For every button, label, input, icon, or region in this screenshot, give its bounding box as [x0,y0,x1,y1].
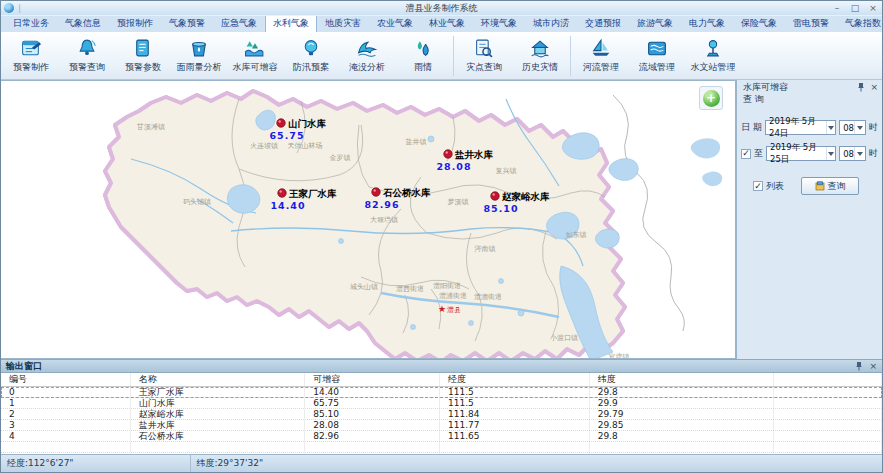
tool-waves-button[interactable]: 流域管理 [629,33,685,79]
table-cell: 28.08 [305,420,440,430]
close-button[interactable]: × [864,2,882,14]
hour-to-select[interactable]: 08 [839,146,866,161]
tool-label: 灾点查询 [466,61,502,74]
table-cell: 14.40 [305,387,440,397]
tool-doc-search-button[interactable]: 灾点查询 [456,33,512,79]
reservoir-dot-icon[interactable] [444,150,452,158]
tab-2[interactable]: 气象信息 [57,14,109,32]
tab-7[interactable]: 地质灾害 [317,14,369,32]
table-cell: 111.77 [440,420,590,430]
output-window: 输出窗口 × 编号名称可增容经度纬度0王家厂水库14.40111.529.81山… [1,359,882,454]
tool-bell-button[interactable]: 预警查询 [59,33,115,79]
tab-11[interactable]: 城市内涝 [525,14,577,32]
table-cell: 山门水库 [131,398,306,408]
table-row[interactable] [1,442,882,453]
table-cell [440,442,590,452]
tab-3[interactable]: 预报制作 [109,14,161,32]
tab-10[interactable]: 环境气象 [473,14,525,32]
table-cell [774,409,882,419]
tab-8[interactable]: 农业气象 [369,14,421,32]
reservoir-dot-icon[interactable] [372,188,380,196]
tool-rain-bucket-button[interactable]: 面雨量分析 [171,33,227,79]
table-cell [774,398,882,408]
tool-calendar-edit-button[interactable]: 预警制作 [3,33,59,79]
reservoir-dot-icon[interactable] [278,189,286,197]
tool-alert-badge-button[interactable]: 预警参数 [115,33,171,79]
list-checkbox[interactable]: ✓ [753,181,763,191]
town-label: 如东镇 [566,231,587,239]
column-header [774,373,882,386]
town-label: 澧澹街道 [474,293,502,301]
hour-from-select[interactable]: 08 [839,120,866,135]
tool-station-buoy-button[interactable]: 水文站管理 [685,33,741,79]
town-label: 城头山镇 [349,283,378,291]
output-table[interactable]: 编号名称可增容经度纬度0王家厂水库14.40111.529.81山门水库65.7… [1,373,882,454]
date-to-select[interactable]: 2019年 5月25日 [766,146,836,161]
pin-icon[interactable] [855,361,863,371]
tab-15[interactable]: 保险气象 [733,14,785,32]
tool-label: 预警参数 [125,61,161,74]
town-label: 火连坡镇 [250,142,278,150]
table-cell: 0 [1,387,131,397]
reservoir-value-label: 82.96 [364,199,399,210]
table-cell: 111.5 [440,387,590,397]
output-close-icon[interactable]: × [869,361,877,371]
tab-17[interactable]: 气象指数 [837,14,883,32]
tool-house-flood-button[interactable]: 历史灾情 [512,33,568,79]
waves-icon [645,38,669,59]
tab-6[interactable]: 水利气象 [265,14,317,32]
table-row[interactable]: 0王家厂水库14.40111.529.8 [1,387,882,398]
minimize-button[interactable]: – [828,2,846,14]
town-label: 码头铺镇 [183,198,211,206]
table-cell: 29.79 [590,409,775,419]
tab-5[interactable]: 应急气象 [213,14,265,32]
tab-14[interactable]: 电力气象 [681,14,733,32]
date-label: 日 期 [741,121,762,134]
tool-sailboat-button[interactable]: 河流管理 [573,33,629,79]
map-zoom-in-button[interactable]: + [699,86,723,110]
tool-wave-button[interactable]: 淹没分析 [339,33,395,79]
tool-label: 淹没分析 [349,61,385,74]
tool-bulb-button[interactable]: 防汛预案 [283,33,339,79]
tool-reservoir-button[interactable]: 水库可增容 [227,33,283,79]
county-map[interactable]: 甘溪滩镇火连坡镇天供山林场金罗镇盐井镇码头铺镇复兴镇梦溪镇大堰垱镇涔南镇如东镇城… [1,81,736,359]
reservoir-dot-icon[interactable] [277,119,285,127]
tab-12[interactable]: 交通预报 [577,14,629,32]
tool-raindrop-button[interactable]: 雨情 [395,33,451,79]
table-cell: 111.65 [440,431,590,441]
to-checkbox[interactable]: ✓ [741,149,751,159]
table-row[interactable]: 3盐井水库28.08111.7729.85 [1,420,882,431]
tab-13[interactable]: 旅游气象 [629,14,681,32]
tab-16[interactable]: 雷电预警 [785,14,837,32]
status-bar: 经度:112°6'27" 纬度:29°37'32" [1,454,882,472]
pin-icon[interactable] [857,82,865,92]
panel-close-icon[interactable]: × [870,82,878,92]
tool-label: 水库可增容 [233,61,278,74]
table-row[interactable]: 4石公桥水库82.96111.6529.8 [1,431,882,442]
reservoir-value-label: 85.10 [483,203,518,214]
table-row[interactable]: 2赵家峪水库85.10111.8429.79 [1,409,882,420]
tab-9[interactable]: 林业气象 [421,14,473,32]
county-seat-label: 澧县 [447,306,461,314]
town-label: 澧西街道 [396,285,424,293]
list-label: 列表 [766,180,784,193]
tool-label: 雨情 [414,61,432,74]
table-row[interactable]: 1山门水库65.75111.529.9 [1,398,882,409]
reservoir-dot-icon[interactable] [491,192,499,200]
hour-suffix-label: 时 [869,121,878,134]
table-cell: 29.8 [590,387,775,397]
maximize-button[interactable]: □ [846,2,864,14]
map-panel[interactable]: 甘溪滩镇火连坡镇天供山林场金罗镇盐井镇码头铺镇复兴镇梦溪镇大堰垱镇涔南镇如东镇城… [1,80,736,359]
column-header: 编号 [1,373,131,386]
table-cell: 111.84 [440,409,590,419]
tool-label: 历史灾情 [522,61,558,74]
town-label: 甘溪滩镇 [136,123,165,131]
wave-icon [355,38,379,59]
date-from-select[interactable]: 2019年 5月24日 [765,120,836,135]
tab-1[interactable]: 日常业务 [5,14,57,32]
tab-bar: 日常业务气象信息预报制作气象预警应急气象水利气象地质灾害农业气象林业气象环境气象… [1,16,882,32]
query-button[interactable]: 查询 [801,177,859,195]
calendar-edit-icon [19,38,43,59]
tab-4[interactable]: 气象预警 [161,14,213,32]
neighbor-boundary [613,95,684,331]
